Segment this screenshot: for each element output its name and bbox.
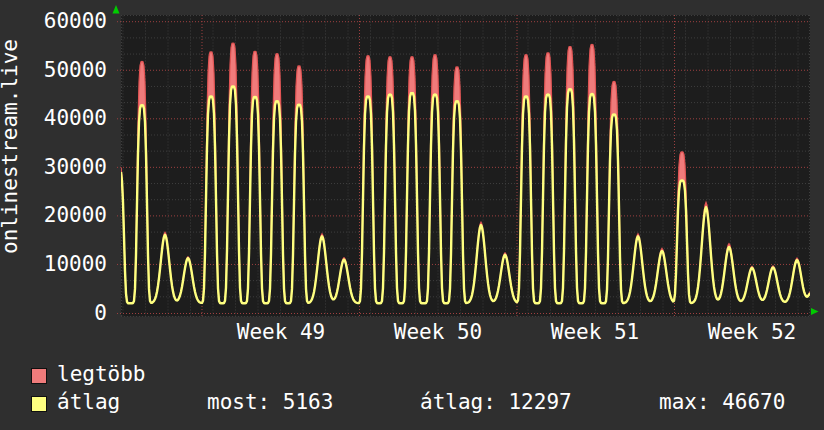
legend-label-avg: átlag [57,392,120,413]
stat-most-value: 5163 [283,390,334,414]
legend-label-max: legtöbb [57,364,146,385]
week-label: Week 52 [672,322,824,343]
ytick-label: 0 [0,303,107,324]
stat-max-label: max: [659,390,710,414]
stat-max: max:46670 [659,392,785,413]
stat-atlag-value: 12297 [508,390,571,414]
stat-max-value: 46670 [722,390,785,414]
stat-most-label: most: [207,390,270,414]
week-label: Week 49 [201,322,361,343]
week-label: Week 51 [515,322,675,343]
stat-atlag-label: átlag: [420,390,496,414]
y-axis-arrow-icon [113,5,120,14]
rrd-graph-screenshot: onlinestream.live 0100002000030000400005… [0,0,824,430]
ytick-label: 60000 [0,11,107,32]
x-axis-arrow-icon [811,308,819,315]
stat-most: most:5163 [207,392,333,413]
ytick-label: 30000 [0,157,107,178]
legend-swatch-avg [31,396,47,412]
legend-swatch-max [31,368,47,384]
ytick-label: 20000 [0,205,107,226]
week-label: Week 50 [358,322,518,343]
stat-atlag: átlag:12297 [420,392,572,413]
ytick-label: 50000 [0,60,107,81]
ytick-label: 10000 [0,254,107,275]
ytick-label: 40000 [0,108,107,129]
plot-area [121,15,810,317]
